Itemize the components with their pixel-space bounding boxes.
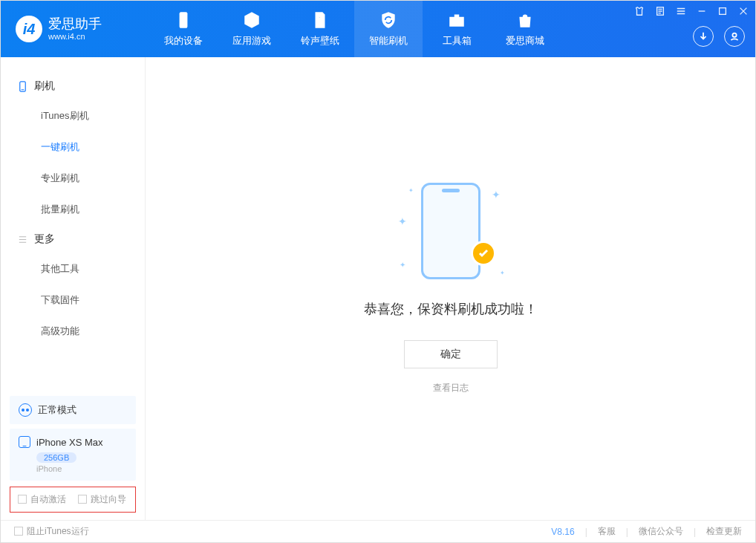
tab-toolbox[interactable]: 工具箱 (423, 1, 491, 57)
wechat-link[interactable]: 微信公众号 (639, 525, 683, 538)
support-link[interactable]: 客服 (598, 525, 616, 538)
sidebar-bottom: 正常模式 iPhone XS Max 256GB iPhone 自动激活 跳过向… (1, 391, 145, 520)
tab-label: 我的设备 (164, 34, 203, 48)
version-label: V8.16 (551, 527, 574, 537)
header-right-icons (693, 26, 745, 47)
note-icon[interactable] (654, 5, 666, 17)
svg-rect-0 (180, 12, 188, 28)
logo-area: i4 爱思助手 www.i4.cn (1, 1, 149, 57)
tab-label: 应用游戏 (232, 34, 271, 48)
checkbox-auto-activate[interactable]: 自动激活 (18, 493, 66, 506)
window-controls (633, 5, 749, 17)
shirt-icon[interactable] (633, 5, 645, 17)
section-title: 更多 (34, 233, 55, 246)
tab-apps-games[interactable]: 应用游戏 (218, 1, 286, 57)
svg-rect-5 (22, 89, 25, 90)
section-title: 刷机 (34, 79, 55, 93)
sidebar-section-more: 更多 (1, 225, 145, 253)
sidebar-section-flash: 刷机 (1, 72, 145, 100)
tab-label: 智能刷机 (369, 34, 408, 48)
tab-my-device[interactable]: 我的设备 (149, 1, 218, 57)
status-mode-icon (19, 403, 32, 417)
check-update-link[interactable]: 检查更新 (706, 525, 742, 538)
briefcase-icon (447, 10, 466, 30)
success-message: 恭喜您，保资料刷机成功啦！ (364, 300, 538, 318)
status-card[interactable]: 正常模式 (10, 396, 136, 424)
sidebar-item-advanced[interactable]: 高级功能 (1, 316, 145, 347)
sidebar-item-itunes-flash[interactable]: iTunes刷机 (1, 100, 145, 131)
tab-label: 工具箱 (443, 34, 472, 48)
device-card[interactable]: iPhone XS Max 256GB iPhone (10, 429, 136, 481)
checkbox-skip-guide[interactable]: 跳过向导 (78, 493, 126, 506)
app-url: www.i4.cn (48, 32, 102, 41)
tab-label: 爱思商城 (506, 34, 544, 48)
sidebar-item-oneclick-flash[interactable]: 一键刷机 (1, 131, 145, 163)
device-icon (174, 10, 193, 30)
footer: 阻止iTunes运行 V8.16 | 客服 | 微信公众号 | 检查更新 (1, 520, 755, 542)
phone-icon (17, 81, 28, 92)
cube-icon (242, 10, 261, 30)
device-phone-icon (19, 436, 30, 448)
logo-icon: i4 (16, 16, 42, 42)
device-storage-badge: 256GB (36, 452, 76, 463)
list-icon (17, 234, 28, 245)
success-illustration: ✦✦✦✦✦ (403, 183, 499, 279)
main-content: ✦✦✦✦✦ 恭喜您，保资料刷机成功啦！ 确定 查看日志 (146, 57, 755, 520)
user-icon[interactable] (724, 26, 745, 47)
sidebar-item-pro-flash[interactable]: 专业刷机 (1, 163, 145, 194)
tab-ringtones[interactable]: 铃声壁纸 (286, 1, 354, 57)
device-type: iPhone (36, 464, 127, 473)
phone-outline-icon (421, 183, 480, 279)
nav-tabs: 我的设备 应用游戏 铃声壁纸 智能刷机 工具箱 爱思商城 (149, 1, 559, 57)
minimize-icon[interactable] (696, 5, 708, 17)
device-name: iPhone XS Max (36, 437, 103, 448)
svg-rect-2 (720, 8, 726, 15)
status-label: 正常模式 (38, 403, 76, 417)
sidebar: 刷机 iTunes刷机 一键刷机 专业刷机 批量刷机 更多 其他工具 下载固件 … (1, 57, 146, 520)
menu-icon[interactable] (675, 5, 687, 17)
app-name: 爱思助手 (48, 17, 102, 32)
logo-text: 爱思助手 www.i4.cn (48, 17, 102, 41)
music-file-icon (310, 10, 330, 30)
sidebar-item-batch-flash[interactable]: 批量刷机 (1, 194, 145, 225)
tab-label: 铃声壁纸 (301, 34, 339, 48)
svg-point-3 (732, 33, 736, 37)
sidebar-item-other-tools[interactable]: 其他工具 (1, 253, 145, 284)
ok-button[interactable]: 确定 (404, 340, 498, 368)
maximize-icon[interactable] (717, 5, 729, 17)
bag-icon (515, 10, 535, 30)
download-icon[interactable] (693, 26, 714, 47)
tab-flash[interactable]: 智能刷机 (354, 1, 423, 57)
app-header: i4 爱思助手 www.i4.cn 我的设备 应用游戏 铃声壁纸 智能刷机 工具… (1, 1, 755, 57)
bottom-options-highlighted: 自动激活 跳过向导 (10, 487, 136, 513)
tab-store[interactable]: 爱思商城 (491, 1, 559, 57)
check-badge-icon (471, 241, 496, 266)
shield-refresh-icon (379, 10, 398, 30)
body-area: 刷机 iTunes刷机 一键刷机 专业刷机 批量刷机 更多 其他工具 下载固件 … (1, 57, 755, 520)
close-icon[interactable] (737, 5, 749, 17)
view-log-link[interactable]: 查看日志 (433, 382, 469, 394)
sidebar-item-download-fw[interactable]: 下载固件 (1, 284, 145, 316)
checkbox-block-itunes[interactable]: 阻止iTunes运行 (14, 525, 89, 538)
